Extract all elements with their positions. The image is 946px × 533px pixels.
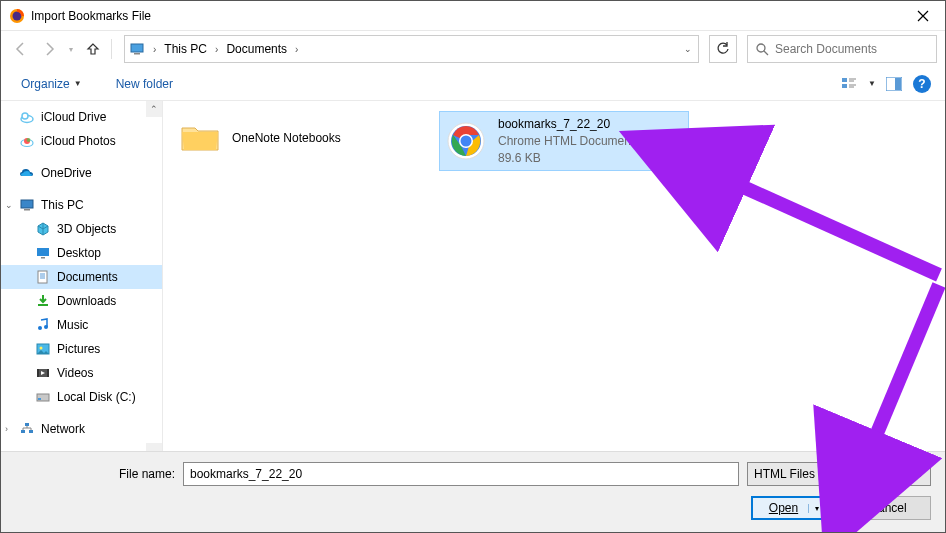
breadcrumb-dropdown[interactable]: ⌄ — [678, 36, 698, 62]
chevron-right-icon[interactable]: › — [293, 44, 300, 55]
sidebar-item-downloads[interactable]: Downloads — [1, 289, 162, 313]
organize-button[interactable]: Organize ▼ — [15, 73, 88, 95]
sidebar-item-icloud-photos[interactable]: iCloud Photos — [1, 129, 162, 153]
breadcrumb-pc-icon[interactable] — [125, 36, 151, 62]
svg-rect-31 — [29, 430, 33, 433]
filetype-dropdown[interactable]: HTML Files ⌄ — [747, 462, 931, 486]
close-button[interactable] — [901, 1, 945, 31]
svg-point-22 — [44, 325, 48, 329]
main-area: ⌃ ⌄ iCloud DriveiCloud PhotosOneDrive⌄Th… — [1, 101, 945, 459]
up-button[interactable] — [81, 37, 105, 61]
icloud-icon — [19, 109, 35, 125]
disk-icon — [35, 389, 51, 405]
file-name: bookmarks_7_22_20 — [498, 116, 634, 133]
svg-rect-2 — [131, 44, 143, 52]
pictures-icon — [35, 341, 51, 357]
sidebar-item-label: Local Disk (C:) — [57, 390, 136, 404]
sidebar-item-videos[interactable]: Videos — [1, 361, 162, 385]
sidebar-item-label: Desktop — [57, 246, 101, 260]
sidebar-item-label: OneDrive — [41, 166, 92, 180]
search-input[interactable] — [775, 42, 928, 56]
svg-rect-6 — [842, 84, 847, 88]
new-folder-button[interactable]: New folder — [110, 73, 179, 95]
svg-rect-20 — [38, 304, 48, 306]
dropdown-chevron-icon: ▾ — [808, 504, 819, 513]
sidebar-item-this-pc[interactable]: ⌄This PC — [1, 193, 162, 217]
sidebar-item-3d-objects[interactable]: 3D Objects — [1, 217, 162, 241]
sidebar-item-pictures[interactable]: Pictures — [1, 337, 162, 361]
sidebar[interactable]: ⌃ ⌄ iCloud DriveiCloud PhotosOneDrive⌄Th… — [1, 101, 163, 459]
svg-rect-30 — [21, 430, 25, 433]
title-bar: Import Bookmarks File — [1, 1, 945, 31]
view-options-button[interactable] — [837, 73, 863, 95]
filename-input[interactable] — [183, 462, 739, 486]
nav-bar: ▾ › This PC › Documents › ⌄ — [1, 31, 945, 67]
open-label: Open — [769, 501, 798, 515]
sidebar-item-documents[interactable]: Documents — [1, 265, 162, 289]
view-dropdown[interactable]: ▼ — [865, 73, 879, 95]
chevron-right-icon[interactable]: › — [213, 44, 220, 55]
toolbar: Organize ▼ New folder ▼ ? — [1, 67, 945, 101]
file-grid[interactable]: OneNote Notebooksbookmarks_7_22_20Chrome… — [163, 101, 945, 459]
search-icon — [756, 43, 769, 56]
icloud-photos-icon — [19, 133, 35, 149]
file-meta: bookmarks_7_22_20Chrome HTML Document89.… — [498, 116, 634, 166]
file-size-label: 89.6 KB — [498, 150, 634, 167]
svg-rect-27 — [47, 369, 49, 377]
refresh-button[interactable] — [709, 35, 737, 63]
svg-rect-8 — [895, 78, 901, 90]
svg-rect-3 — [134, 53, 140, 55]
svg-rect-26 — [37, 369, 39, 377]
desktop-icon — [35, 245, 51, 261]
svg-rect-17 — [37, 248, 49, 256]
sidebar-item-label: Network — [41, 422, 85, 436]
open-button[interactable]: Open ▾ — [751, 496, 837, 520]
forward-button[interactable] — [37, 37, 61, 61]
sidebar-item-network[interactable]: ›Network — [1, 417, 162, 441]
network-icon — [19, 421, 35, 437]
scroll-up-icon[interactable]: ⌃ — [146, 101, 162, 117]
filename-label: File name: — [15, 467, 175, 481]
3d-icon — [35, 221, 51, 237]
breadcrumb-seg-1[interactable]: Documents — [220, 36, 293, 62]
sidebar-item-icloud-drive[interactable]: iCloud Drive — [1, 105, 162, 129]
breadcrumb-seg-0[interactable]: This PC — [158, 36, 213, 62]
sidebar-item-label: This PC — [41, 198, 84, 212]
back-button[interactable] — [9, 37, 33, 61]
chevron-down-icon[interactable]: ⌄ — [5, 200, 13, 210]
preview-pane-button[interactable] — [881, 73, 907, 95]
recent-dropdown[interactable]: ▾ — [65, 37, 77, 61]
svg-point-21 — [38, 326, 42, 330]
svg-rect-18 — [41, 257, 45, 259]
sidebar-item-label: Pictures — [57, 342, 100, 356]
footer: File name: HTML Files ⌄ Open ▾ Cancel — [1, 451, 945, 532]
file-name: OneNote Notebooks — [232, 130, 341, 147]
sidebar-item-music[interactable]: Music — [1, 313, 162, 337]
chrome-icon — [444, 119, 488, 163]
chevron-down-icon: ⌄ — [916, 469, 924, 479]
sidebar-item-label: 3D Objects — [57, 222, 116, 236]
breadcrumb[interactable]: › This PC › Documents › ⌄ — [124, 35, 699, 63]
svg-rect-15 — [21, 200, 33, 208]
svg-rect-29 — [38, 398, 41, 400]
thispc-icon — [19, 197, 35, 213]
chevron-right-icon[interactable]: › — [151, 44, 158, 55]
sidebar-item-label: Documents — [57, 270, 118, 284]
sidebar-item-local-disk-c-[interactable]: Local Disk (C:) — [1, 385, 162, 409]
sidebar-item-desktop[interactable]: Desktop — [1, 241, 162, 265]
documents-icon — [35, 269, 51, 285]
file-meta: OneNote Notebooks — [232, 130, 341, 147]
svg-rect-16 — [24, 209, 30, 211]
file-tile[interactable]: OneNote Notebooks — [173, 111, 423, 165]
svg-point-24 — [40, 347, 43, 350]
svg-point-4 — [757, 44, 765, 52]
search-box[interactable] — [747, 35, 937, 63]
chevron-right-icon[interactable]: › — [5, 424, 8, 434]
sidebar-item-label: Downloads — [57, 294, 116, 308]
cancel-button[interactable]: Cancel — [845, 496, 931, 520]
sidebar-item-onedrive[interactable]: OneDrive — [1, 161, 162, 185]
music-icon — [35, 317, 51, 333]
window-title: Import Bookmarks File — [31, 9, 901, 23]
help-button[interactable]: ? — [913, 75, 931, 93]
file-tile[interactable]: bookmarks_7_22_20Chrome HTML Document89.… — [439, 111, 689, 171]
